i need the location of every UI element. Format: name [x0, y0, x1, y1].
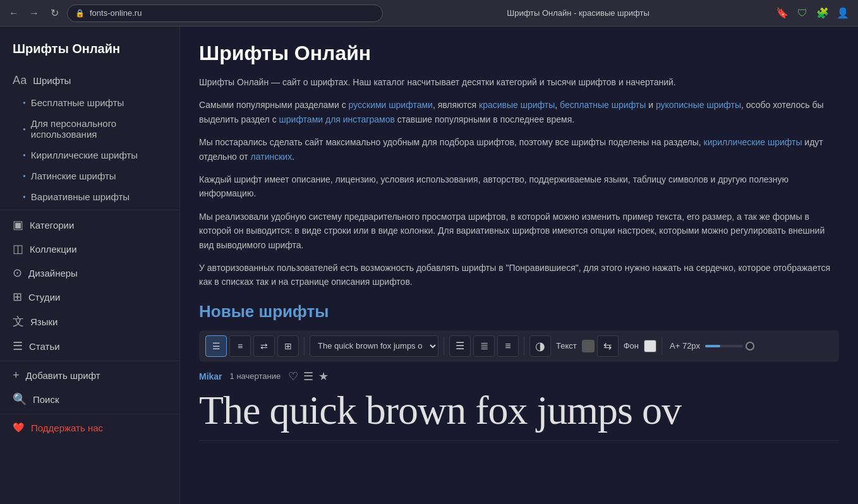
studios-label: Студии — [28, 292, 60, 303]
sidebar-languages[interactable]: 文 Языки — [0, 309, 179, 334]
categories-label: Категории — [30, 220, 74, 231]
sidebar-divider-3 — [0, 414, 179, 414]
bookmark-button[interactable]: 🔖 — [773, 4, 791, 22]
bullet-icon: ● — [23, 152, 26, 158]
sidebar-item-personal[interactable]: ● Для персонального использования — [0, 113, 179, 145]
toolbar-sep-3 — [524, 337, 524, 355]
articles-label: Статьи — [29, 341, 60, 352]
browser-actions: 🔖 🛡 🧩 👤 — [773, 4, 852, 22]
bullet-icon: ● — [23, 100, 26, 105]
designers-label: Дизайнеры — [28, 268, 78, 279]
sidebar-designers[interactable]: ⊙ Дизайнеры — [0, 261, 179, 285]
toolbar-sep-1 — [304, 337, 305, 355]
favorite-btn[interactable]: ♡ — [288, 369, 298, 383]
studios-icon: ⊞ — [13, 290, 22, 304]
sidebar-support[interactable]: ❤️ Поддержать нас — [0, 417, 179, 438]
browser-chrome: ← → ↻ 🔒 fonts-online.ru Шрифты Онлайн - … — [0, 0, 858, 27]
text-color-label: Текст — [553, 341, 579, 351]
refresh-button[interactable]: ↻ — [47, 6, 62, 21]
size-slider[interactable] — [705, 345, 743, 347]
back-button[interactable]: ← — [6, 6, 21, 21]
font-name-link[interactable]: Mikar — [199, 371, 222, 381]
share-btn[interactable]: ★ — [318, 369, 329, 383]
sidebar-divider-2 — [0, 361, 179, 361]
personal-label: Для персонального использования — [31, 118, 167, 140]
address-bar[interactable]: 🔒 fonts-online.ru — [67, 4, 383, 22]
support-label: Поддержать нас — [31, 423, 103, 433]
extensions-button[interactable]: 🧩 — [814, 4, 831, 22]
fonts-icon: Аа — [13, 74, 27, 87]
paragraph-3: Мы постарались сделать сайт максимально … — [199, 135, 839, 164]
link-russian-fonts[interactable]: русскими шрифтами — [349, 100, 433, 110]
circle-icon — [746, 342, 754, 351]
toolbar-sep-4 — [662, 337, 662, 355]
sidebar-item-cyrillic[interactable]: ● Кириллические шрифты — [0, 145, 179, 165]
link-free[interactable]: бесплатные шрифты — [560, 100, 646, 110]
text-color-picker[interactable] — [582, 340, 595, 352]
main-content: Шрифты Онлайн Шрифты Онлайн — сайт о шри… — [180, 27, 858, 504]
align-left-btn[interactable]: ☰ — [449, 335, 471, 357]
link-handwritten[interactable]: рукописные шрифты — [656, 100, 741, 110]
bullet-icon: ● — [23, 173, 26, 179]
layout-list-btn[interactable]: ≡ — [229, 335, 251, 357]
languages-icon: 文 — [13, 314, 24, 329]
search-icon: 🔍 — [13, 392, 27, 406]
forward-button[interactable]: → — [27, 6, 42, 21]
designers-icon: ⊙ — [13, 266, 22, 280]
search-label: Поиск — [33, 394, 59, 405]
bullet-icon: ● — [23, 194, 26, 200]
free-fonts-label: Бесплатные шрифты — [31, 97, 124, 108]
bullet-icon: ● — [23, 126, 26, 132]
categories-icon: ▣ — [13, 218, 23, 232]
sidebar-fonts-label: Шрифты — [33, 75, 71, 86]
sidebar-add-font[interactable]: + Добавить шрифт — [0, 364, 179, 387]
layout-single-btn[interactable]: ☰ — [205, 335, 227, 357]
swap-btn[interactable]: ⇆ — [597, 335, 619, 357]
sidebar-studios[interactable]: ⊞ Студии — [0, 285, 179, 309]
sidebar-articles[interactable]: ☰ Статьи — [0, 334, 179, 358]
sidebar-fonts-header[interactable]: Аа Шрифты — [0, 69, 179, 92]
url-text: fonts-online.ru — [90, 8, 142, 18]
sidebar-item-variable[interactable]: ● Вариативные шрифты — [0, 186, 179, 207]
layout-grid-btn[interactable]: ⊞ — [277, 335, 299, 357]
sidebar-collections[interactable]: ◫ Коллекции — [0, 237, 179, 261]
size-label: А+ 72px — [667, 341, 703, 351]
collections-icon: ◫ — [13, 242, 23, 256]
lock-icon: 🔒 — [75, 9, 85, 18]
font-list-item: Mikar 1 начертание ♡ ☰ ★ The quick brown… — [199, 369, 839, 441]
page-tab-title: Шрифты Онлайн - красивые шрифты — [507, 8, 649, 18]
languages-label: Языки — [30, 316, 57, 327]
add-collection-btn[interactable]: ☰ — [303, 369, 313, 383]
paragraph-2: Самыми популярными разделами с русскими … — [199, 98, 839, 126]
link-instagram[interactable]: шрифтами для инстаграмов — [279, 114, 395, 124]
bg-color-picker[interactable] — [644, 340, 656, 352]
link-latin[interactable]: латинских — [251, 152, 293, 162]
sidebar-item-latin[interactable]: ● Латинские шрифты — [0, 165, 179, 186]
shield-button[interactable]: 🛡 — [794, 4, 811, 22]
sidebar: Шрифты Онлайн Аа Шрифты ● Бесплатные шри… — [0, 27, 180, 504]
sidebar-search[interactable]: 🔍 Поиск — [0, 387, 179, 411]
toolbar-sep-2 — [444, 337, 444, 355]
align-center-btn[interactable]: ≣ — [473, 335, 495, 357]
sidebar-item-free-fonts[interactable]: ● Бесплатные шрифты — [0, 92, 179, 113]
bg-label: Фон — [621, 341, 641, 351]
layout-compact-btn[interactable]: ⇄ — [253, 335, 275, 357]
link-beautiful[interactable]: красивые шрифты — [479, 100, 555, 110]
paragraph-4: Каждый шрифт имеет описание, лицензию, у… — [199, 172, 839, 201]
preview-text-select[interactable]: The quick brown fox jumps o — [310, 335, 438, 357]
font-preview-display: The quick brown fox jumps ov — [199, 388, 839, 433]
font-actions: ♡ ☰ ★ — [288, 369, 329, 383]
new-fonts-title: Новые шрифты — [199, 302, 839, 321]
variable-label: Вариативные шрифты — [31, 191, 130, 202]
align-right-btn[interactable]: ≡ — [497, 335, 519, 357]
link-cyrillic[interactable]: кириллические шрифты — [704, 137, 802, 147]
profile-button[interactable]: 👤 — [834, 4, 852, 22]
sidebar-categories[interactable]: ▣ Категории — [0, 213, 179, 237]
tab-bar: Шрифты Онлайн - красивые шрифты — [388, 8, 768, 18]
contrast-btn[interactable]: ◑ — [529, 335, 551, 357]
heart-icon: ❤️ — [13, 422, 25, 433]
articles-icon: ☰ — [13, 339, 23, 353]
font-meta: Mikar 1 начертание ♡ ☰ ★ — [199, 369, 839, 383]
paragraph-5: Мы реализовали удобную систему предварит… — [199, 210, 839, 252]
add-font-label: Добавить шрифт — [26, 370, 100, 381]
